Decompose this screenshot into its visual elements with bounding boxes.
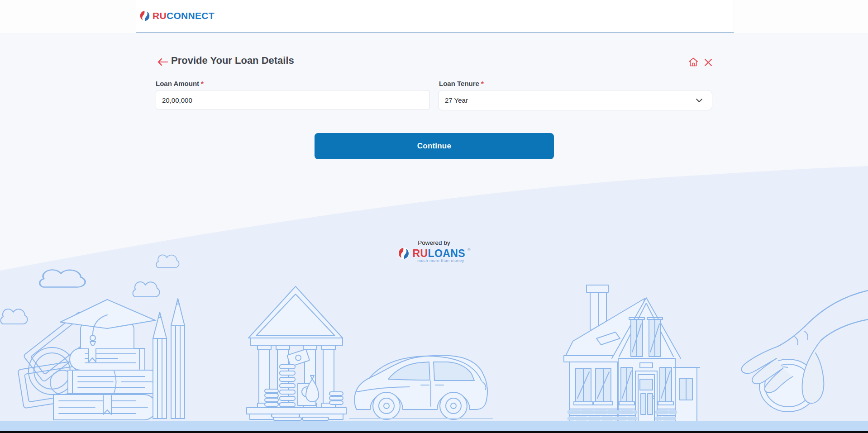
home-button[interactable] bbox=[687, 57, 699, 68]
ruconnect-logo[interactable]: RUCONNECT bbox=[139, 10, 215, 22]
logo-wordmark: RUCONNECT bbox=[153, 10, 215, 22]
required-asterisk: * bbox=[481, 80, 484, 87]
ruconnect-swirl-icon bbox=[139, 10, 151, 22]
loan-tenure-selected-value: 27 Year bbox=[445, 96, 468, 104]
logo-prefix: RU bbox=[153, 10, 167, 21]
powered-by-text: Powered by bbox=[418, 239, 450, 246]
logo-suffix: CONNECT bbox=[167, 10, 215, 21]
ruloans-swirl-icon bbox=[397, 247, 410, 260]
back-arrow-icon bbox=[156, 57, 169, 67]
ruloans-suffix: LOANS bbox=[428, 247, 465, 259]
header-center-band: RUCONNECT bbox=[136, 0, 734, 33]
page-title: Provide Your Loan Details bbox=[171, 55, 294, 67]
loan-tenure-label: Loan Tenure* bbox=[439, 80, 484, 87]
close-button[interactable] bbox=[703, 57, 714, 68]
required-asterisk: * bbox=[201, 80, 204, 87]
close-icon bbox=[704, 58, 713, 67]
ruloans-wordmark: RULOANS bbox=[412, 247, 465, 260]
ruloans-logo: RULOANS ® bbox=[397, 247, 470, 260]
ruloans-prefix: RU bbox=[412, 247, 428, 259]
powered-by-block: Powered by RULOANS ® much more than mone… bbox=[0, 239, 868, 263]
loan-tenure-label-text: Loan Tenure bbox=[439, 80, 479, 87]
loan-amount-label: Loan Amount* bbox=[156, 80, 204, 87]
registered-mark: ® bbox=[467, 247, 471, 252]
ruloans-tagline: much more than money bbox=[417, 258, 464, 263]
loan-details-page: RUCONNECT Provide Your Loan Details bbox=[0, 0, 868, 433]
loan-amount-input[interactable] bbox=[156, 90, 430, 110]
bottom-edge-bar bbox=[0, 431, 868, 433]
loan-amount-label-text: Loan Amount bbox=[156, 80, 199, 87]
loan-tenure-select[interactable]: 27 Year bbox=[438, 90, 712, 110]
background-scene bbox=[0, 0, 868, 433]
home-icon bbox=[688, 57, 699, 67]
ground-strip bbox=[0, 421, 868, 431]
continue-button[interactable]: Continue bbox=[315, 133, 554, 159]
back-button[interactable] bbox=[156, 57, 169, 68]
chevron-down-icon bbox=[696, 98, 703, 103]
header: RUCONNECT bbox=[0, 0, 868, 33]
